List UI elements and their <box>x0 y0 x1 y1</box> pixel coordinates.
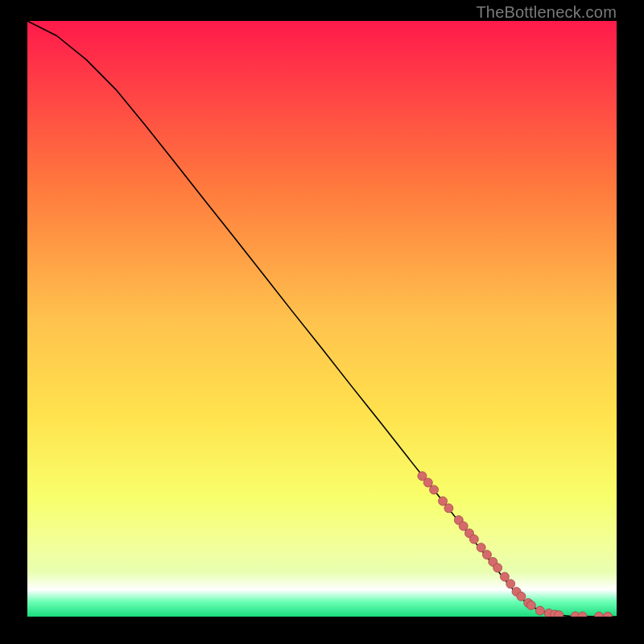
data-marker <box>477 543 485 552</box>
data-marker <box>500 572 509 581</box>
data-marker <box>469 535 478 543</box>
data-marker <box>423 478 432 487</box>
data-marker <box>535 606 544 615</box>
data-marker <box>493 564 502 572</box>
data-marker <box>526 601 535 609</box>
data-marker <box>439 497 448 506</box>
data-marker <box>555 611 564 617</box>
chart-stage: TheBottleneck.com <box>0 0 644 644</box>
plot-area <box>27 21 617 617</box>
data-marker <box>430 485 439 494</box>
watermark-label: TheBottleneck.com <box>476 3 617 22</box>
gradient-bg <box>27 21 617 617</box>
data-marker <box>444 504 453 513</box>
chart-svg <box>27 21 617 617</box>
data-marker <box>506 580 515 588</box>
data-marker <box>482 551 491 559</box>
data-marker <box>517 592 526 601</box>
data-marker <box>459 522 468 530</box>
